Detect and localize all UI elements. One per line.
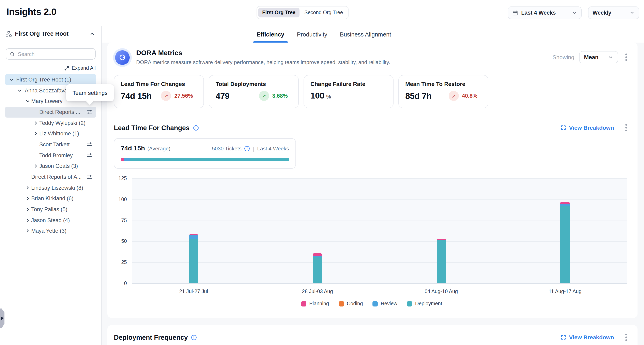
org-tree-tab[interactable]: First Org Tree	[258, 8, 300, 18]
chevron-right-icon[interactable]	[33, 164, 38, 169]
legend-item-deployment[interactable]: Deployment	[407, 301, 442, 306]
bar-slot	[132, 178, 256, 284]
tree-row[interactable]: Direct Reports of A...	[5, 172, 96, 182]
chevron-right-icon[interactable]	[25, 185, 30, 190]
date-range-select[interactable]: Last 4 Weeks	[508, 6, 582, 19]
bar-slot	[256, 178, 379, 284]
tree-row[interactable]: Direct Reports ...	[5, 106, 96, 117]
chevron-right-icon[interactable]	[33, 131, 38, 136]
legend-item-planning[interactable]: Planning	[301, 301, 329, 306]
bar-segment-deployment	[437, 240, 446, 283]
stacked-bar-11-aug-17-aug[interactable]	[560, 202, 570, 283]
stat-card-title: Total Deployments	[216, 81, 292, 87]
chevron-right-icon[interactable]	[25, 228, 30, 234]
chart-legend: Planning Coding Review Deployment	[114, 301, 630, 306]
org-tree-tab[interactable]: Second Org Tree	[300, 8, 347, 18]
deployment-frequency-menu-button[interactable]	[623, 332, 630, 343]
legend-swatch	[373, 301, 378, 306]
expand-all-icon	[64, 66, 69, 71]
tree-row[interactable]: First Org Tree Root (1)	[5, 74, 96, 85]
tree-row[interactable]: Maya Yette (3)	[5, 226, 96, 236]
collapse-sidebar-button[interactable]	[89, 30, 96, 37]
tree-row[interactable]: Brian Kirkland (6)	[5, 193, 96, 204]
view-breakdown-link[interactable]: View Breakdown	[560, 124, 614, 131]
stacked-bar-28-jul-03-aug[interactable]	[313, 254, 322, 283]
tree-row[interactable]: Jason Coats (3)	[5, 161, 96, 172]
tree-row[interactable]: Todd Bromley	[5, 150, 96, 161]
tree-item-label: Anna Scozzafava	[5, 87, 67, 94]
team-settings-icon[interactable]	[86, 109, 93, 115]
tree-row[interactable]: Liz Whittome (1)	[5, 128, 96, 139]
stat-card-value: 479	[216, 91, 230, 101]
lead-time-menu-button[interactable]	[623, 122, 630, 134]
showing-select[interactable]: Mean	[579, 51, 618, 63]
dora-header: DORA Metrics DORA metrics measure softwa…	[114, 49, 630, 65]
chevron-down-icon[interactable]	[17, 88, 22, 93]
stage-distribution-bar	[121, 158, 289, 161]
granularity-value: Weekly	[592, 10, 611, 16]
stacked-bar-04-aug-10-aug[interactable]	[437, 239, 446, 283]
bar-segment-deployment	[560, 206, 570, 283]
app-header: Insights 2.0 First Org TreeSecond Org Tr…	[0, 0, 644, 26]
chevron-right-icon[interactable]	[25, 218, 30, 223]
sidebar-root-label: First Org Tree Root	[15, 30, 68, 37]
chevron-right-icon[interactable]	[25, 196, 30, 201]
team-settings-icon[interactable]	[86, 152, 93, 158]
tab-efficiency[interactable]: Efficiency	[256, 26, 285, 42]
team-settings-icon[interactable]	[86, 174, 93, 180]
legend-item-review[interactable]: Review	[373, 301, 398, 306]
chevron-down-icon	[608, 54, 613, 60]
info-icon[interactable]	[191, 334, 197, 340]
tree-row[interactable]: Teddy Wylupski (2)	[5, 118, 96, 128]
tree-item-label: Direct Reports of A...	[5, 174, 82, 180]
sidebar-header[interactable]: First Org Tree Root	[0, 26, 101, 41]
legend-label: Planning	[309, 301, 329, 306]
stacked-bar-21-jul-27-jul[interactable]	[189, 234, 198, 283]
tree-item-label: Todd Bromley	[5, 152, 73, 158]
dora-subtitle: DORA metrics measure software delivery p…	[136, 59, 390, 65]
bar-segment-deployment	[189, 239, 198, 283]
tab-productivity[interactable]: Productivity	[296, 26, 328, 42]
legend-item-coding[interactable]: Coding	[338, 301, 363, 306]
y-tick-label: 25	[121, 260, 127, 265]
tree-row[interactable]: Scott Tarkett	[5, 139, 96, 150]
tree-item-label: Scott Tarkett	[5, 142, 70, 148]
trend-up-icon: ↗	[161, 91, 171, 101]
chevron-down-icon[interactable]	[25, 98, 30, 104]
info-icon[interactable]	[244, 146, 250, 152]
tree-row[interactable]: Jason Stead (4)	[5, 215, 96, 226]
tree-row[interactable]: Lindsay Liszewski (8)	[5, 182, 96, 193]
delta-value: 27.56%	[174, 93, 193, 99]
delta-badge: ↗ 40.8%	[448, 91, 478, 101]
chevron-down-icon[interactable]	[9, 77, 14, 82]
gridline	[132, 284, 627, 284]
legend-swatch	[338, 301, 344, 306]
delta-value: 40.8%	[462, 93, 478, 99]
tree-row[interactable]: Tony Pallas (5)	[5, 204, 96, 215]
info-icon[interactable]	[193, 125, 199, 131]
plot-area	[132, 178, 627, 284]
lead-time-section: Lead Time For Changes View Breakdown 74d…	[114, 122, 630, 306]
sidebar: First Org Tree Root Expand All First Org…	[0, 26, 102, 345]
bar-segment-planning	[313, 254, 322, 256]
granularity-select[interactable]: Weekly	[588, 6, 639, 19]
tree-item-label: Jason Stead (4)	[5, 217, 70, 224]
dora-menu-button[interactable]	[623, 52, 630, 63]
expand-all-label: Expand All	[72, 65, 96, 71]
chevron-right-icon[interactable]	[33, 120, 38, 126]
search-input[interactable]	[18, 51, 92, 57]
tab-bar: EfficiencyProductivityBusiness Alignment	[102, 26, 644, 42]
legend-label: Coding	[347, 301, 363, 306]
expand-all-button[interactable]: Expand All	[6, 65, 96, 71]
chevron-right-icon[interactable]	[25, 207, 30, 212]
tree-item-label: Jason Coats (3)	[5, 163, 78, 169]
average-card: 74d 15h (Average) 5030 Tickets | Last 4 …	[114, 138, 296, 169]
search-box[interactable]	[6, 48, 96, 60]
team-settings-icon[interactable]	[86, 141, 93, 148]
distribution-segment-planning	[121, 158, 124, 161]
bar-slot	[503, 178, 627, 284]
date-range-value: Last 4 Weeks	[521, 10, 556, 16]
bar-segment-review	[560, 204, 570, 206]
tab-business-alignment[interactable]: Business Alignment	[339, 26, 392, 42]
view-breakdown-link[interactable]: View Breakdown	[560, 334, 614, 340]
